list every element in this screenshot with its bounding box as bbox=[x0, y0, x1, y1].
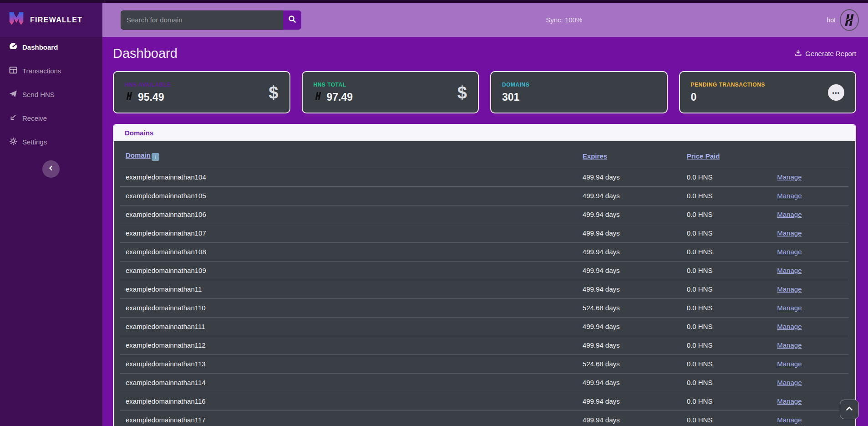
column-header-expires: Expires bbox=[577, 141, 681, 168]
table-icon bbox=[9, 66, 17, 76]
manage-link[interactable]: Manage bbox=[777, 323, 802, 330]
price-cell: 0.0 HNS bbox=[681, 411, 772, 426]
manage-link[interactable]: Manage bbox=[777, 173, 802, 181]
sidebar-item-transactions[interactable]: Transactions bbox=[0, 62, 102, 79]
price-cell: 0.0 HNS bbox=[681, 186, 772, 205]
manage-link[interactable]: Manage bbox=[777, 248, 802, 256]
manage-link[interactable]: Manage bbox=[777, 229, 802, 237]
sidebar-item-settings[interactable]: Settings bbox=[0, 133, 102, 150]
expires-cell: 499.94 days bbox=[577, 205, 681, 224]
generate-report-button[interactable]: Generate Report bbox=[794, 49, 856, 58]
actions-cell: Manage bbox=[772, 354, 849, 373]
tachometer-icon bbox=[9, 42, 17, 52]
domains-table-wrap: Domain↓ Expires Price Paid exampledomain… bbox=[114, 141, 855, 426]
topbar: Sync: 100% hot bbox=[102, 3, 868, 37]
price-cell: 0.0 HNS bbox=[681, 354, 772, 373]
table-row: exampledomainnathan110 524.68 days 0.0 H… bbox=[120, 298, 849, 317]
wallet-selector[interactable]: hot bbox=[827, 9, 859, 31]
domain-cell: exampledomainnathan113 bbox=[120, 354, 577, 373]
chevron-up-icon bbox=[845, 405, 853, 414]
stat-card-domains: DOMAINS 301 bbox=[490, 71, 668, 113]
sidebar-item-label: Transactions bbox=[22, 67, 61, 75]
expires-cell: 499.94 days bbox=[577, 280, 681, 298]
receive-arrow-icon bbox=[9, 113, 17, 123]
actions-cell: Manage bbox=[772, 186, 849, 205]
domain-cell: exampledomainnathan117 bbox=[120, 411, 577, 426]
manage-link[interactable]: Manage bbox=[777, 192, 802, 200]
domain-cell: exampledomainnathan108 bbox=[120, 242, 577, 261]
actions-cell: Manage bbox=[772, 242, 849, 261]
domain-cell: exampledomainnathan105 bbox=[120, 186, 577, 205]
manage-link[interactable]: Manage bbox=[777, 304, 802, 312]
price-cell: 0.0 HNS bbox=[681, 336, 772, 354]
price-cell: 0.0 HNS bbox=[681, 205, 772, 224]
sort-by-domain-link[interactable]: Domain bbox=[126, 151, 151, 159]
search-button[interactable] bbox=[283, 10, 301, 30]
sidebar: FIREWALLET Dashboard Tran bbox=[0, 0, 102, 426]
manage-link[interactable]: Manage bbox=[777, 397, 802, 405]
card-number: 301 bbox=[502, 91, 519, 103]
price-cell: 0.0 HNS bbox=[681, 242, 772, 261]
card-label: DOMAINS bbox=[502, 82, 529, 88]
price-cell: 0.0 HNS bbox=[681, 317, 772, 336]
expires-cell: 499.94 days bbox=[577, 261, 681, 280]
manage-link[interactable]: Manage bbox=[777, 210, 802, 218]
expires-cell: 499.94 days bbox=[577, 392, 681, 411]
sort-down-icon: ↓ bbox=[152, 153, 159, 161]
sidebar-item-receive[interactable]: Receive bbox=[0, 110, 102, 126]
table-row: exampledomainnathan108 499.94 days 0.0 H… bbox=[120, 242, 849, 261]
window-top-strip bbox=[0, 0, 868, 3]
dollar-sign-icon: $ bbox=[457, 84, 467, 101]
table-row: exampledomainnathan111 499.94 days 0.0 H… bbox=[120, 317, 849, 336]
domains-table-body: exampledomainnathan104 499.94 days 0.0 H… bbox=[120, 168, 849, 426]
price-cell: 0.0 HNS bbox=[681, 373, 772, 392]
price-cell: 0.0 HNS bbox=[681, 392, 772, 411]
price-cell: 0.0 HNS bbox=[681, 168, 772, 186]
sync-status: Sync: 100% bbox=[301, 16, 827, 24]
actions-cell: Manage bbox=[772, 261, 849, 280]
sidebar-item-label: Settings bbox=[22, 138, 47, 146]
manage-link[interactable]: Manage bbox=[777, 360, 802, 368]
column-header-domain: Domain↓ bbox=[120, 141, 577, 168]
scroll-to-top-button[interactable] bbox=[840, 400, 859, 419]
generate-report-label: Generate Report bbox=[805, 50, 856, 57]
search-input[interactable] bbox=[121, 10, 283, 30]
expires-cell: 524.68 days bbox=[577, 298, 681, 317]
chevron-left-icon bbox=[47, 164, 55, 174]
expires-cell: 499.94 days bbox=[577, 242, 681, 261]
domains-panel: Domains Domain↓ Expires Price Paid bbox=[113, 124, 856, 426]
table-row: exampledomainnathan109 499.94 days 0.0 H… bbox=[120, 261, 849, 280]
manage-link[interactable]: Manage bbox=[777, 285, 802, 293]
actions-cell: Manage bbox=[772, 373, 849, 392]
manage-link[interactable]: Manage bbox=[777, 267, 802, 274]
sidebar-collapse-button[interactable] bbox=[42, 160, 60, 178]
download-icon bbox=[794, 49, 802, 58]
sidebar-nav: Dashboard Transactions Send HNS bbox=[0, 39, 102, 150]
price-cell: 0.0 HNS bbox=[681, 280, 772, 298]
domains-panel-title: Domains bbox=[125, 129, 153, 137]
card-info: DOMAINS 301 bbox=[502, 82, 529, 103]
manage-link[interactable]: Manage bbox=[777, 341, 802, 349]
table-row: exampledomainnathan114 499.94 days 0.0 H… bbox=[120, 373, 849, 392]
sidebar-item-send-hns[interactable]: Send HNS bbox=[0, 86, 102, 103]
ellipsis-icon: ••• bbox=[832, 90, 840, 96]
stat-cards: HNS AVAILABLE 95.49 $ HNS TOTAL 97.49 bbox=[113, 71, 856, 113]
expires-cell: 499.94 days bbox=[577, 411, 681, 426]
manage-link[interactable]: Manage bbox=[777, 416, 802, 424]
domains-table: Domain↓ Expires Price Paid exampledomain… bbox=[120, 141, 849, 426]
sidebar-item-label: Receive bbox=[22, 114, 47, 122]
sidebar-item-dashboard[interactable]: Dashboard bbox=[0, 39, 102, 55]
expires-cell: 499.94 days bbox=[577, 336, 681, 354]
table-row: exampledomainnathan105 499.94 days 0.0 H… bbox=[120, 186, 849, 205]
sort-by-price-link[interactable]: Price Paid bbox=[687, 152, 720, 160]
manage-link[interactable]: Manage bbox=[777, 379, 802, 386]
hns-glyph-icon bbox=[125, 91, 134, 103]
card-label: HNS AVAILABLE bbox=[125, 82, 171, 88]
domain-cell: exampledomainnathan107 bbox=[120, 224, 577, 242]
sort-by-expires-link[interactable]: Expires bbox=[583, 152, 607, 160]
firewallet-logo-icon bbox=[8, 11, 25, 29]
ellipsis-menu-button[interactable]: ••• bbox=[828, 84, 844, 101]
stat-card-hns-total: HNS TOTAL 97.49 $ bbox=[302, 71, 479, 113]
hns-glyph-icon bbox=[314, 91, 323, 103]
brand: FIREWALLET bbox=[0, 0, 102, 37]
